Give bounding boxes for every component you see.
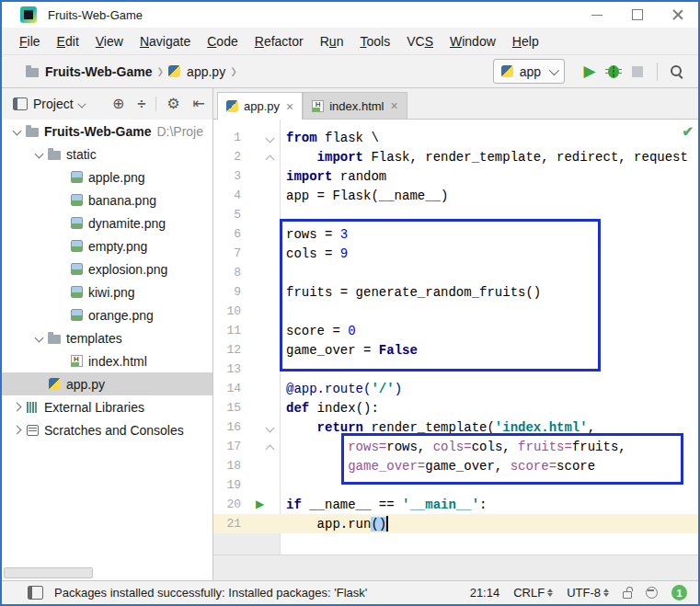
line-number-9[interactable]: 9 xyxy=(213,285,241,299)
line-number-13[interactable]: 13 xyxy=(213,362,241,376)
tree-item-banana.png[interactable]: banana.png xyxy=(2,189,212,212)
code-line-17[interactable]: 17 rows=rows, cols=cols, fruits=fruits, xyxy=(213,437,698,456)
code-line-11[interactable]: 11score = 0 xyxy=(213,321,698,340)
code-text-17[interactable]: rows=rows, cols=cols, fruits=fruits, xyxy=(280,440,626,454)
code-text-18[interactable]: game_over=game_over, score=score xyxy=(280,459,595,474)
locate-icon[interactable]: ⊕ xyxy=(112,97,124,111)
code-line-4[interactable]: 4app = Flask(__name__) xyxy=(213,186,698,205)
code-line-6[interactable]: 6rows = 3 xyxy=(213,224,698,244)
tree-chevron-icon[interactable] xyxy=(31,335,46,341)
tree-item-kiwi.png[interactable]: kiwi.png xyxy=(2,280,212,303)
line-number-11[interactable]: 11 xyxy=(213,324,241,337)
tree-item-static[interactable]: static xyxy=(2,143,212,166)
tree-item-scratches-and-consoles[interactable]: Scratches and Consoles xyxy=(2,418,212,441)
line-number-21[interactable]: 21 xyxy=(213,517,241,531)
tab-index.html[interactable]: Hindex.html× xyxy=(303,92,407,119)
code-line-8[interactable]: 8 xyxy=(213,263,698,282)
code-text-2[interactable]: import Flask, render_template, redirect,… xyxy=(280,150,688,165)
tab-close-icon[interactable]: × xyxy=(390,99,397,112)
line-number-8[interactable]: 8 xyxy=(213,266,241,280)
notification-badge[interactable]: 1 xyxy=(671,585,687,600)
tree-chevron-icon[interactable] xyxy=(9,404,24,410)
tree-item-empty.png[interactable]: empty.png xyxy=(2,234,212,257)
search-everywhere-button[interactable] xyxy=(665,60,689,84)
line-number-12[interactable]: 12 xyxy=(213,343,241,357)
menu-item-run[interactable]: Run xyxy=(312,30,352,52)
minimize-button[interactable] xyxy=(577,2,617,28)
caret-position[interactable]: 21:14 xyxy=(470,586,500,600)
project-panel-title[interactable]: Project xyxy=(33,97,74,111)
fold-marker-icon[interactable] xyxy=(266,134,275,143)
line-number-3[interactable]: 3 xyxy=(213,169,241,183)
menu-item-refactor[interactable]: Refactor xyxy=(247,30,312,52)
tree-item-apple.png[interactable]: apple.png xyxy=(2,166,212,189)
code-line-10[interactable]: 10 xyxy=(213,302,698,321)
line-number-15[interactable]: 15 xyxy=(213,401,241,415)
code-line-19[interactable]: 19 xyxy=(213,475,698,495)
line-number-16[interactable]: 16 xyxy=(213,420,241,434)
inspection-profile-icon[interactable] xyxy=(646,587,658,599)
encoding-select[interactable]: UTF-8 xyxy=(567,586,609,600)
tab-app.py[interactable]: app.py× xyxy=(217,92,303,120)
tree-item-index.html[interactable]: Hindex.html xyxy=(2,349,212,372)
code-line-12[interactable]: 12game_over = False xyxy=(213,340,698,360)
menu-item-tools[interactable]: Tools xyxy=(351,30,398,52)
maximize-button[interactable] xyxy=(617,2,658,28)
code-text-9[interactable]: fruits = generate_random_fruits() xyxy=(280,285,541,300)
code-line-13[interactable]: 13 xyxy=(213,360,698,379)
tree-item-external-libraries[interactable]: External Libraries xyxy=(2,395,212,418)
code-line-21[interactable]: 21 app.run() xyxy=(213,514,698,533)
code-line-5[interactable]: 5 xyxy=(213,205,698,224)
tree-item-templates[interactable]: templates xyxy=(2,326,212,349)
gutter-run-arrow-icon[interactable]: ▶ xyxy=(256,497,264,511)
code-text-12[interactable]: game_over = False xyxy=(280,343,418,358)
breadcrumb-item-fruits-web-game[interactable]: Fruits-Web-Game xyxy=(26,64,152,79)
code-text-6[interactable]: rows = 3 xyxy=(280,227,348,242)
line-separator-select[interactable]: CRLF xyxy=(513,586,553,600)
code-line-2[interactable]: 2 import Flask, render_template, redirec… xyxy=(213,147,698,166)
line-number-6[interactable]: 6 xyxy=(213,227,241,241)
code-text-7[interactable]: cols = 9 xyxy=(280,246,348,261)
line-number-4[interactable]: 4 xyxy=(213,189,241,202)
code-text-20[interactable]: if __name__ == '__main__': xyxy=(280,497,487,512)
menu-item-file[interactable]: File xyxy=(11,30,49,52)
tree-chevron-icon[interactable] xyxy=(9,128,24,134)
stop-button[interactable] xyxy=(625,60,649,84)
tree-item-explosion.png[interactable]: explosion.png xyxy=(2,257,212,280)
menu-item-navigate[interactable]: Navigate xyxy=(132,30,199,52)
code-line-16[interactable]: 16 return render_template('index.html', xyxy=(213,417,698,437)
code-text-3[interactable]: import random xyxy=(280,169,386,184)
line-number-2[interactable]: 2 xyxy=(213,150,241,164)
run-configuration-select[interactable]: app xyxy=(493,59,565,84)
editor-body[interactable]: 1from flask \2 import Flask, render_temp… xyxy=(213,120,698,555)
tree-item-app.py[interactable]: app.py xyxy=(2,372,212,395)
line-number-18[interactable]: 18 xyxy=(213,459,241,473)
code-text-4[interactable]: app = Flask(__name__) xyxy=(280,189,448,203)
line-number-5[interactable]: 5 xyxy=(213,208,241,222)
fold-marker-icon[interactable] xyxy=(266,155,275,165)
code-line-7[interactable]: 7cols = 9 xyxy=(213,244,698,263)
chevron-down-icon[interactable] xyxy=(77,99,86,108)
code-line-20[interactable]: 20▶if __name__ == '__main__': xyxy=(213,495,698,514)
line-number-20[interactable]: 20 xyxy=(213,497,241,511)
hide-panel-icon[interactable]: ⇤ xyxy=(193,97,205,111)
tree-item-orange.png[interactable]: orange.png xyxy=(2,303,212,326)
code-text-14[interactable]: @app.route('/') xyxy=(280,382,402,396)
unlocked-padlock-icon[interactable] xyxy=(623,587,632,599)
code-text-21[interactable]: app.run() xyxy=(280,516,388,532)
gear-icon[interactable]: ⚙ xyxy=(166,97,179,111)
menu-item-view[interactable]: View xyxy=(87,30,132,52)
tree-chevron-icon[interactable] xyxy=(9,427,24,433)
line-number-7[interactable]: 7 xyxy=(213,246,241,260)
horizontal-scrollbar-thumb[interactable] xyxy=(4,567,93,578)
menu-item-vcs[interactable]: VCS xyxy=(398,30,442,52)
menu-item-help[interactable]: Help xyxy=(504,30,547,52)
tree-item-fruits-web-game[interactable]: Fruits-Web-GameD:\Proje xyxy=(2,120,212,143)
close-button[interactable] xyxy=(658,2,698,28)
code-line-15[interactable]: 15def index(): xyxy=(213,398,698,417)
fold-marker-icon[interactable] xyxy=(266,424,275,433)
code-line-3[interactable]: 3import random xyxy=(213,166,698,186)
menu-item-window[interactable]: Window xyxy=(442,30,504,52)
code-text-11[interactable]: score = 0 xyxy=(280,324,356,338)
line-number-14[interactable]: 14 xyxy=(213,382,241,395)
